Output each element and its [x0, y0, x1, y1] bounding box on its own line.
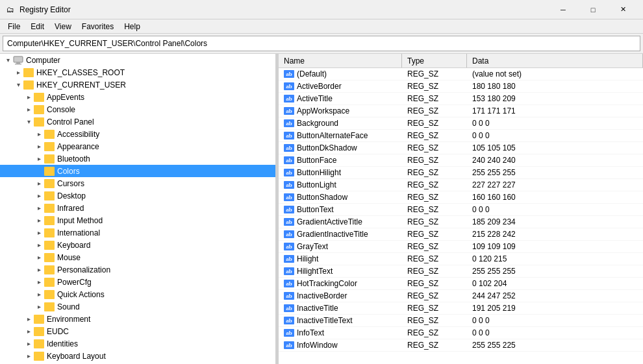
- tree-item-hkcr[interactable]: HKEY_CLASSES_ROOT: [0, 66, 275, 79]
- tree-item-powercfg[interactable]: PowerCfg: [0, 276, 275, 288]
- registry-row[interactable]: ab(Default)REG_SZ(value not set): [279, 68, 643, 80]
- reg-value-icon: ab: [284, 255, 294, 263]
- tree-item-bluetooth[interactable]: Bluetooth: [0, 152, 275, 165]
- menu-item-favorites[interactable]: Favorites: [77, 21, 119, 32]
- registry-row[interactable]: abBackgroundREG_SZ0 0 0: [279, 117, 643, 130]
- reg-cell-type: REG_SZ: [402, 204, 467, 215]
- registry-row[interactable]: abInactiveTitleTextREG_SZ0 0 0: [279, 315, 643, 327]
- reg-value-icon: ab: [284, 156, 294, 164]
- tree-item-infrared[interactable]: Infrared: [0, 202, 275, 214]
- svg-rect-0: [14, 56, 23, 62]
- reg-cell-data: 0 0 0: [467, 315, 643, 326]
- tree-item-keyboard[interactable]: Keyboard: [0, 239, 275, 251]
- registry-row[interactable]: abButtonShadowREG_SZ160 160 160: [279, 191, 643, 204]
- folder-icon: [44, 265, 55, 274]
- maximize-button[interactable]: □: [578, 0, 608, 19]
- tree-panel[interactable]: ComputerHKEY_CLASSES_ROOTHKEY_CURRENT_US…: [0, 54, 276, 364]
- tree-item-cursors[interactable]: Cursors: [0, 177, 275, 189]
- reg-value-icon: ab: [284, 132, 294, 140]
- reg-cell-name: abGrayText: [279, 241, 402, 252]
- reg-cell-name: abActiveTitle: [279, 93, 402, 104]
- reg-name-text: HilightText: [297, 267, 333, 276]
- tree-item-hkcu[interactable]: HKEY_CURRENT_USER: [0, 79, 275, 91]
- registry-row[interactable]: abHilightREG_SZ0 120 215: [279, 253, 643, 265]
- registry-row[interactable]: abGrayTextREG_SZ109 109 109: [279, 241, 643, 253]
- menu-item-view[interactable]: View: [49, 21, 77, 32]
- tree-item-keyboardlayout[interactable]: Keyboard Layout: [0, 350, 275, 362]
- registry-row[interactable]: abHilightTextREG_SZ255 255 255: [279, 265, 643, 278]
- registry-row[interactable]: abButtonHilightREG_SZ255 255 255: [279, 167, 643, 179]
- reg-cell-name: abHilight: [279, 253, 402, 265]
- tree-item-label: Console: [47, 105, 75, 114]
- tree-item-eudc[interactable]: EUDC: [0, 325, 275, 337]
- registry-row[interactable]: abInactiveTitleREG_SZ191 205 219: [279, 302, 643, 315]
- tree-item-appevents[interactable]: AppEvents: [0, 91, 275, 103]
- tree-item-colors[interactable]: Colors: [0, 165, 275, 177]
- tree-item-identities[interactable]: Identities: [0, 337, 275, 350]
- tree-item-quickactions[interactable]: Quick Actions: [0, 288, 275, 300]
- reg-value-icon: ab: [284, 317, 294, 324]
- close-button[interactable]: ✕: [608, 0, 638, 19]
- folder-icon: [44, 302, 55, 311]
- reg-cell-name: abButtonAlternateFace: [279, 130, 402, 141]
- registry-row[interactable]: abActiveBorderREG_SZ180 180 180: [279, 80, 643, 93]
- reg-value-icon: ab: [284, 119, 294, 127]
- reg-value-icon: ab: [284, 193, 294, 201]
- tree-item-inputmethod[interactable]: Input Method: [0, 214, 275, 226]
- reg-name-text: ButtonLight: [297, 180, 336, 189]
- tree-item-mouse[interactable]: Mouse: [0, 251, 275, 263]
- tree-item-controlpanel[interactable]: Control Panel: [0, 115, 275, 128]
- registry-row[interactable]: abButtonTextREG_SZ0 0 0: [279, 204, 643, 216]
- registry-row[interactable]: abGradientInactiveTitleREG_SZ215 228 242: [279, 228, 643, 241]
- title-bar: 🗂 Registry Editor ─ □ ✕: [0, 0, 643, 19]
- registry-row[interactable]: abInfoTextREG_SZ0 0 0: [279, 327, 643, 339]
- reg-cell-data: 0 0 0: [467, 204, 643, 215]
- menu-item-help[interactable]: Help: [119, 21, 145, 32]
- registry-row[interactable]: abAppWorkspaceREG_SZ171 171 171: [279, 105, 643, 117]
- registry-row[interactable]: abActiveTitleREG_SZ153 180 209: [279, 93, 643, 105]
- tree-item-personalization[interactable]: Personalization: [0, 263, 275, 276]
- tree-item-accessibility[interactable]: Accessibility: [0, 128, 275, 140]
- reg-cell-name: abAppWorkspace: [279, 105, 402, 117]
- registry-panel[interactable]: Name Type Data ab(Default)REG_SZ(value n…: [279, 54, 643, 364]
- col-header-type[interactable]: Type: [402, 54, 467, 67]
- registry-row[interactable]: abHotTrackingColorREG_SZ0 102 204: [279, 278, 643, 290]
- tree-item-computer[interactable]: Computer: [0, 54, 275, 66]
- reg-cell-data: 160 160 160: [467, 191, 643, 203]
- registry-row[interactable]: abButtonLightREG_SZ227 227 227: [279, 179, 643, 191]
- reg-cell-name: abButtonDkShadow: [279, 142, 402, 154]
- reg-cell-name: abInfoWindow: [279, 339, 402, 351]
- registry-row[interactable]: abButtonFaceREG_SZ240 240 240: [279, 154, 643, 167]
- col-header-name[interactable]: Name: [279, 54, 402, 67]
- tree-item-label: Keyboard: [57, 241, 90, 250]
- col-header-data[interactable]: Data: [467, 54, 643, 67]
- reg-name-text: ButtonHilight: [297, 168, 341, 177]
- menu-item-edit[interactable]: Edit: [25, 21, 49, 32]
- reg-cell-name: abInactiveTitleText: [279, 315, 402, 326]
- reg-cell-type: REG_SZ: [402, 130, 467, 141]
- reg-cell-type: REG_SZ: [402, 315, 467, 326]
- tree-item-desktop[interactable]: Desktop: [0, 189, 275, 202]
- tree-item-international[interactable]: International: [0, 226, 275, 239]
- menu-item-file[interactable]: File: [3, 21, 25, 32]
- reg-name-text: InfoText: [297, 328, 324, 337]
- reg-cell-name: abButtonHilight: [279, 167, 402, 178]
- tree-item-label: Quick Actions: [57, 290, 105, 299]
- reg-cell-type: REG_SZ: [402, 117, 467, 129]
- minimize-button[interactable]: ─: [548, 0, 578, 19]
- tree-item-appearance[interactable]: Appearance: [0, 140, 275, 152]
- tree-item-console[interactable]: Console: [0, 103, 275, 115]
- svg-rect-1: [16, 62, 20, 64]
- registry-row[interactable]: abInfoWindowREG_SZ255 255 225: [279, 339, 643, 352]
- registry-row[interactable]: abButtonDkShadowREG_SZ105 105 105: [279, 142, 643, 154]
- tree-item-environment[interactable]: Environment: [0, 313, 275, 325]
- reg-value-icon: ab: [284, 329, 294, 337]
- reg-cell-type: REG_SZ: [402, 216, 467, 228]
- reg-cell-type: REG_SZ: [402, 290, 467, 302]
- tree-item-sound[interactable]: Sound: [0, 300, 275, 313]
- registry-row[interactable]: abInactiveBorderREG_SZ244 247 252: [279, 290, 643, 302]
- reg-cell-data: 180 180 180: [467, 80, 643, 92]
- registry-row[interactable]: abButtonAlternateFaceREG_SZ0 0 0: [279, 130, 643, 142]
- main-content: ComputerHKEY_CLASSES_ROOTHKEY_CURRENT_US…: [0, 53, 643, 364]
- registry-row[interactable]: abGradientActiveTitleREG_SZ185 209 234: [279, 216, 643, 228]
